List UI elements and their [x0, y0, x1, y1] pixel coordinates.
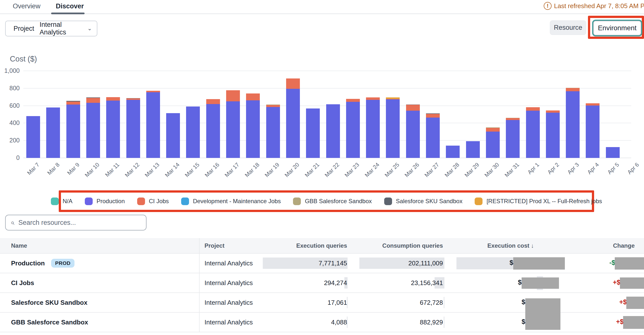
bar-segment-production[interactable]	[26, 116, 40, 158]
bar-segment-ci-jobs[interactable]	[566, 88, 580, 91]
x-axis-tick-label: Mar 24	[363, 161, 380, 179]
bar-segment-ci-jobs[interactable]	[206, 99, 220, 104]
table-row-salesforce-sku-sandbox[interactable]: Salesforce SKU SandboxInternal Analytics…	[0, 293, 644, 313]
bar-segment-production[interactable]	[106, 101, 120, 158]
bar-segment-production[interactable]	[466, 141, 480, 158]
bar-segment-gbb-salesforce-sandbox[interactable]	[266, 105, 280, 105]
x-axis-tick-label: Mar 27	[423, 161, 440, 179]
legend-item-gbb-salesforce-sandbox[interactable]: GBB Salesforce Sandbox	[293, 197, 372, 205]
cost-redaction-block	[525, 298, 560, 313]
bar-segment-production[interactable]	[406, 111, 420, 158]
table-row-production[interactable]: ProductionPRODInternal Analytics7,771,14…	[0, 254, 644, 273]
legend-item-n-a[interactable]: N/A	[51, 197, 72, 205]
bar-segment-production[interactable]	[586, 106, 600, 158]
resource-toggle-button[interactable]: Resource	[550, 21, 586, 35]
x-axis-tick-label: Mar 21	[304, 161, 321, 179]
bar-segment--restricted-prod-xl-full-refresh-jobs[interactable]	[386, 97, 400, 99]
bar-segment-salesforce-sku-sandbox[interactable]	[426, 113, 440, 114]
bar-segment-production[interactable]	[566, 91, 580, 158]
bar-segment-production[interactable]	[146, 92, 160, 158]
legend-item-ci-jobs[interactable]: CI Jobs	[137, 197, 169, 205]
bar-segment-production[interactable]	[166, 113, 180, 158]
bar-segment-production[interactable]	[486, 132, 500, 158]
bar-segment-ci-jobs[interactable]	[146, 91, 160, 93]
bar-segment-gbb-salesforce-sandbox[interactable]	[506, 118, 520, 118]
bar-segment-ci-jobs[interactable]	[386, 99, 400, 100]
bar-segment-ci-jobs[interactable]	[266, 105, 280, 107]
bar-segment-ci-jobs[interactable]	[66, 102, 80, 105]
bar-segment-production[interactable]	[66, 105, 80, 158]
bar-segment-ci-jobs[interactable]	[366, 97, 380, 100]
bar-segment-ci-jobs[interactable]	[546, 110, 560, 113]
bar-segment-ci-jobs[interactable]	[526, 107, 540, 111]
bar-segment-production[interactable]	[346, 102, 360, 158]
bar-segment-gbb-salesforce-sandbox[interactable]	[486, 127, 500, 128]
column-header-name[interactable]: Name	[0, 242, 199, 249]
table-row-gbb-salesforce-sandbox[interactable]: GBB Salesforce SandboxInternal Analytics…	[0, 313, 644, 332]
bar-segment-ci-jobs[interactable]	[126, 98, 140, 100]
bar-segment-production[interactable]	[206, 104, 220, 158]
bar-segment-salesforce-sku-sandbox[interactable]	[86, 97, 100, 98]
legend-item-development-maintenance-jobs[interactable]: Development - Maintenance Jobs	[181, 197, 281, 205]
change-value: +$	[616, 318, 624, 326]
search-input[interactable]	[18, 219, 141, 226]
bar-segment-production[interactable]	[286, 89, 300, 158]
legend-label: Development - Maintenance Jobs	[193, 198, 281, 205]
bar-segment-production[interactable]	[386, 99, 400, 158]
bar-segment-ci-jobs[interactable]	[586, 103, 600, 106]
bar-segment-ci-jobs[interactable]	[246, 94, 260, 100]
bar-segment-production[interactable]	[326, 104, 340, 158]
legend-item-salesforce-sku-sandbox[interactable]: Salesforce SKU Sandbox	[384, 197, 462, 205]
project-dropdown-label: Project	[14, 25, 34, 33]
bar-segment-gbb-salesforce-sandbox[interactable]	[566, 88, 580, 88]
bar-segment-production[interactable]	[446, 146, 460, 158]
bar-segment-production[interactable]	[306, 109, 320, 158]
bar-segment-ci-jobs[interactable]	[346, 99, 360, 102]
bar-segment-production[interactable]	[126, 100, 140, 158]
legend-label: Production	[96, 198, 125, 205]
bar-segment-production[interactable]	[86, 103, 100, 158]
column-header-change[interactable]: Change	[576, 242, 644, 249]
bar-segment-ci-jobs[interactable]	[486, 128, 500, 132]
bar-segment-production[interactable]	[46, 108, 60, 158]
bar-segment-salesforce-sku-sandbox[interactable]	[126, 98, 140, 98]
bar-segment-salesforce-sku-sandbox[interactable]	[66, 101, 80, 102]
bar-segment-production[interactable]	[426, 118, 440, 158]
table-row-ci-jobs[interactable]: CI JobsInternal Analytics294,27423,156,3…	[0, 273, 644, 293]
x-axis-tick-label: Mar 18	[244, 161, 261, 179]
bar-segment-ci-jobs[interactable]	[86, 98, 100, 103]
bar-segment-production[interactable]	[186, 107, 200, 158]
bar-segment-production[interactable]	[606, 147, 620, 158]
y-axis-tick-label: 0	[0, 154, 20, 161]
sort-descending-icon[interactable]: ↓	[531, 242, 534, 249]
execution-cost-value: $	[510, 259, 513, 267]
bar-segment-production[interactable]	[266, 107, 280, 158]
legend-item-production[interactable]: Production	[85, 197, 125, 205]
column-header-consumption-queries[interactable]: Consumption queries	[349, 242, 445, 249]
execution-cost-value: $	[522, 318, 525, 326]
legend-swatch-icon	[137, 197, 145, 205]
bar-segment-production[interactable]	[506, 120, 520, 158]
bar-segment-production[interactable]	[526, 111, 540, 158]
prod-badge: PROD	[51, 259, 74, 268]
legend-swatch-icon	[51, 197, 59, 205]
bar-segment-ci-jobs[interactable]	[506, 118, 520, 120]
column-header-execution-queries[interactable]: Execution queries	[257, 242, 349, 249]
bar-segment-production[interactable]	[226, 101, 240, 158]
bar-segment-ci-jobs[interactable]	[226, 90, 240, 101]
environment-toggle-button[interactable]: Environment	[593, 21, 641, 36]
bar-segment-production[interactable]	[246, 100, 260, 158]
column-header-project[interactable]: Project	[199, 238, 257, 253]
legend-item--restricted-prod-xl-full-refresh-jobs[interactable]: [RESTRICTED] Prod XL -- Full-Refresh job…	[475, 197, 602, 205]
bar-segment-production[interactable]	[546, 113, 560, 158]
project-dropdown[interactable]: Project Internal Analytics ⌄	[5, 21, 97, 37]
tab-overview[interactable]: Overview	[13, 3, 40, 10]
bar-segment-salesforce-sku-sandbox[interactable]	[406, 105, 420, 105]
bar-segment-ci-jobs[interactable]	[406, 105, 420, 111]
bar-segment-ci-jobs[interactable]	[106, 97, 120, 101]
tab-discover[interactable]: Discover	[56, 3, 84, 10]
column-header-execution-cost[interactable]: Execution cost ↓	[445, 242, 576, 249]
bar-segment-ci-jobs[interactable]	[426, 114, 440, 118]
bar-segment-ci-jobs[interactable]	[286, 79, 300, 89]
bar-segment-production[interactable]	[366, 100, 380, 158]
